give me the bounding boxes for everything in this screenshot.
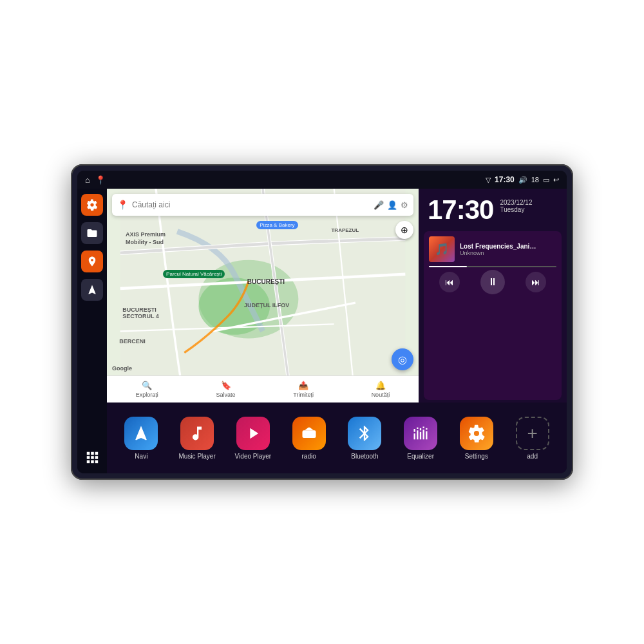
speaker-icon: 🔊 [518,176,527,184]
app-bluetooth-label: Bluetooth [351,453,378,460]
device: ⌂ 📍 ▽ 17:30 🔊 18 ▭ ↩ [71,164,573,480]
clock-date-value: 2023/12/12 [500,199,532,206]
app-radio-icon [292,417,326,450]
app-equalizer-icon [404,417,437,450]
google-maps-icon: 📍 [117,200,128,210]
app-video-icon [236,417,270,450]
map-nav-news[interactable]: 🔔 Noutăți [372,381,390,398]
home-icon[interactable]: ⌂ [85,175,90,185]
map-search-input[interactable] [132,200,370,209]
music-title: Lost Frequencies_Janie... [460,243,537,250]
map-location-btn[interactable]: ◎ [392,348,413,370]
app-add[interactable]: + add [509,417,556,460]
sidebar-map-btn[interactable] [81,251,103,272]
svg-rect-19 [417,427,418,428]
settings-icon[interactable]: ⚙ [401,200,408,210]
status-bar: ⌂ 📍 ▽ 17:30 🔊 18 ▭ ↩ [77,171,567,189]
music-controls: ⏮ ⏸ ⏭ [429,270,556,294]
app-bluetooth[interactable]: Bluetooth [341,417,388,460]
google-logo: Google [112,365,132,372]
app-navi[interactable]: Navi [118,417,164,460]
wifi-icon: ▽ [486,176,491,184]
map-compass-btn[interactable]: ⊕ [395,221,413,239]
svg-rect-18 [417,430,418,439]
sidebar-nav-btn[interactable] [81,279,103,301]
map-nav-saved[interactable]: 🔖 Salvate [216,381,236,398]
album-art: 🎵 [429,236,455,262]
app-music-icon [180,417,214,450]
center-area: AXIS PremiumMobility - Sud BUCUREȘTISECT… [107,189,567,473]
svg-rect-5 [95,456,99,459]
app-navi-label: Navi [135,453,147,460]
clock-time: 17:30 [428,196,493,223]
svg-rect-16 [414,433,415,439]
app-radio-label: radio [302,453,316,460]
app-video-label: Video Player [235,453,272,460]
app-radio[interactable]: radio [286,417,332,460]
svg-rect-1 [91,452,94,455]
screen: ⌂ 📍 ▽ 17:30 🔊 18 ▭ ↩ [77,171,567,473]
map-bottom-bar: 🔍 Explorați 🔖 Salvate 📤 Trimiteți [107,375,419,402]
svg-rect-0 [87,452,90,455]
battery-icon: ▭ [543,176,549,184]
app-music[interactable]: Music Player [174,417,220,460]
app-bluetooth-icon [348,417,381,450]
svg-rect-12 [302,430,316,438]
app-navi-icon [124,417,158,450]
svg-point-13 [305,433,308,435]
app-settings[interactable]: Settings [453,417,500,460]
play-pause-btn[interactable]: ⏸ [480,270,505,294]
app-video[interactable]: Video Player [230,417,276,460]
prev-btn[interactable]: ⏮ [439,272,460,292]
music-info: Lost Frequencies_Janie... Unknown [460,243,556,256]
svg-rect-22 [423,430,424,439]
app-add-label: add [527,453,538,460]
svg-rect-7 [91,460,94,464]
user-icon[interactable]: 👤 [387,200,397,210]
svg-rect-4 [91,456,94,459]
app-grid: Navi Music Player Video Player [107,402,567,473]
music-artist: Unknown [460,250,556,256]
svg-rect-23 [423,426,424,428]
clock-day: Tuesday [500,206,532,213]
next-btn[interactable]: ⏭ [526,272,546,292]
app-settings-label: Settings [465,453,488,460]
sidebar-settings-btn[interactable] [81,194,103,216]
mic-icon[interactable]: 🎤 [374,200,384,210]
map-nav-explore[interactable]: 🔍 Explorați [136,381,158,398]
sidebar-grid-btn[interactable] [81,446,103,468]
status-time: 17:30 [495,175,515,184]
music-progress-bar [429,266,467,267]
music-progress-track[interactable] [429,266,556,267]
music-top: 🎵 Lost Frequencies_Janie... Unknown [429,236,556,262]
svg-rect-15 [310,434,312,435]
svg-rect-21 [420,428,421,430]
back-icon[interactable]: ↩ [553,176,559,184]
right-panel: 17:30 2023/12/12 Tuesday 🎵 Lost [419,189,567,402]
sidebar-files-btn[interactable] [81,222,103,244]
svg-rect-8 [95,460,99,464]
app-equalizer-label: Equalizer [407,453,434,460]
app-settings-icon [460,417,493,450]
left-sidebar [77,189,107,473]
svg-rect-20 [420,431,421,439]
map-nav-share[interactable]: 📤 Trimiteți [293,381,314,398]
top-row: AXIS PremiumMobility - Sud BUCUREȘTISECT… [107,189,567,402]
app-add-icon: + [516,417,549,450]
app-music-label: Music Player [179,453,216,460]
maps-status-icon[interactable]: 📍 [95,175,106,185]
app-equalizer[interactable]: Equalizer [397,417,444,460]
map-search-bar[interactable]: 📍 🎤 👤 ⚙ [112,194,413,216]
clock-date: 2023/12/12 Tuesday [500,196,532,213]
svg-rect-25 [426,428,427,429]
map-pin-parcul[interactable]: Parcul Natural Văcărești [163,270,225,278]
map-pin-pizza[interactable]: Pizza & Bakery [256,221,298,229]
svg-rect-24 [426,431,427,439]
svg-rect-2 [95,452,99,455]
map-container[interactable]: AXIS PremiumMobility - Sud BUCUREȘTISECT… [107,189,419,402]
svg-rect-3 [87,456,90,459]
svg-rect-6 [87,460,90,464]
svg-rect-14 [310,432,314,433]
music-section: 🎵 Lost Frequencies_Janie... Unknown [424,231,562,400]
main-content: AXIS PremiumMobility - Sud BUCUREȘTISECT… [77,189,567,473]
